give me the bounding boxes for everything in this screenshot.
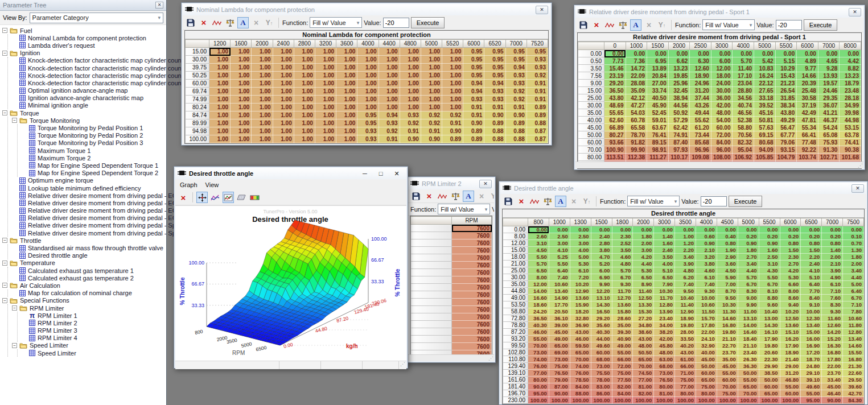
grid-cell[interactable]: 50.00 <box>738 370 759 377</box>
grid-cell[interactable]: 10.20 <box>570 281 591 288</box>
grid-cell[interactable]: 50.50 <box>633 349 654 356</box>
grid-cell[interactable]: 1.00 <box>336 56 357 64</box>
row-header[interactable]: 15.00 <box>503 247 528 254</box>
tree-item[interactable]: Knock-detection factor characteristic ma… <box>12 79 166 86</box>
grid-cell[interactable]: 0.00 <box>549 226 570 233</box>
row-header[interactable]: 25.00 <box>503 267 528 274</box>
grid-cell[interactable]: 1.00 <box>315 96 336 104</box>
grid-cell[interactable]: 87.00 <box>549 383 570 390</box>
grid-cell[interactable]: 29.90 <box>759 363 780 370</box>
grid-cell[interactable]: 14.72 <box>626 65 647 72</box>
grid-cell[interactable]: 0.00 <box>633 226 654 233</box>
grid-cell[interactable]: 75.00 <box>612 370 633 377</box>
trace-icon[interactable] <box>530 198 539 205</box>
grid-cell[interactable]: 0.70 <box>843 240 864 247</box>
row-header[interactable] <box>411 321 452 328</box>
grid-cell[interactable]: 11.40 <box>633 288 654 295</box>
grid-cell[interactable]: 1.00 <box>252 48 273 56</box>
grid-cell[interactable]: 0.94 <box>484 80 505 88</box>
grid-cell[interactable]: 111.27 <box>647 154 669 161</box>
grid-cell[interactable]: 23.19 <box>604 72 626 80</box>
tree-item[interactable]: Speed Limiter <box>22 349 166 357</box>
grid-cell[interactable]: 3.80 <box>591 247 612 254</box>
grid-cell[interactable]: 12.90 <box>570 288 591 295</box>
row-header[interactable]: 30.00 <box>503 274 528 281</box>
grid-cell[interactable]: 6.70 <box>843 295 864 301</box>
tree-item[interactable]: Knock-detection factor characteristic ma… <box>12 64 166 72</box>
grid-cell[interactable]: 1.00 <box>231 88 252 96</box>
grid-cell[interactable]: 7600 <box>452 239 492 247</box>
grid-cell[interactable]: 1.00 <box>294 96 315 104</box>
row-header[interactable]: 110.80 <box>503 356 528 363</box>
grid-cell[interactable]: 1.00 <box>400 56 421 64</box>
grid-cell[interactable]: 66.41 <box>797 131 818 139</box>
grid-cell[interactable]: 6.30 <box>690 57 711 65</box>
grid-cell[interactable]: 0.91 <box>421 127 442 135</box>
grid-cell[interactable]: 16.80 <box>717 322 738 329</box>
grid-cell[interactable]: 6.90 <box>591 274 612 281</box>
grid-cell[interactable]: 1.00 <box>294 127 315 135</box>
axis-filter-icon[interactable]: Y↑ <box>583 197 591 205</box>
col-header[interactable]: 2000 <box>633 218 654 226</box>
grid-cell[interactable]: 6.10 <box>822 281 843 288</box>
row-header[interactable]: 8.00 <box>503 233 528 240</box>
grid-cell[interactable]: 10.40 <box>759 308 780 315</box>
grid-cell[interactable]: 40.20 <box>675 342 696 349</box>
col-header[interactable]: 800 <box>528 218 549 226</box>
grid-cell[interactable]: 0.00 <box>759 226 780 233</box>
grid-cell[interactable]: 95.00 <box>528 390 549 397</box>
close-icon[interactable]: ✕ <box>479 180 492 188</box>
grid-cell[interactable]: 7600 <box>452 284 492 291</box>
grid-cell[interactable]: 0.94 <box>379 111 400 119</box>
grid-cell[interactable]: 42.49 <box>797 109 818 117</box>
row-header[interactable] <box>411 343 452 350</box>
grid-cell[interactable]: 3.40 <box>843 267 864 274</box>
grid-cell[interactable]: 6.50 <box>633 274 654 281</box>
grid-cell[interactable]: 11.40 <box>675 301 696 308</box>
grid-cell[interactable]: 0.93 <box>484 88 505 96</box>
grid-cell[interactable]: 0.90 <box>484 111 505 119</box>
grid-cell[interactable]: 1.00 <box>357 96 379 104</box>
grid-cell[interactable]: 45.00 <box>549 329 570 336</box>
grid-cell[interactable]: 7.00 <box>717 281 738 288</box>
grid-cell[interactable]: 31.20 <box>690 87 711 94</box>
grid-cell[interactable]: 0.95 <box>484 72 505 80</box>
grid-cell[interactable]: 76.50 <box>549 370 570 377</box>
grid-cell[interactable]: 45.00 <box>696 356 717 363</box>
grid-cell[interactable]: 8.00 <box>780 288 801 295</box>
grid-cell[interactable]: 0.60 <box>696 233 717 240</box>
grid-cell[interactable]: 1.00 <box>231 135 252 143</box>
col-header[interactable]: 1300 <box>570 218 591 226</box>
grid-cell[interactable]: 6.70 <box>738 281 759 288</box>
grid-cell[interactable]: 0.00 <box>775 50 797 57</box>
expand-toggle[interactable]: − <box>2 28 7 33</box>
row-header[interactable] <box>411 336 452 343</box>
row-header[interactable]: 53.50 <box>503 301 528 308</box>
grid-cell[interactable]: 15.46 <box>604 65 626 72</box>
col-header[interactable]: 3000 <box>654 218 675 226</box>
grid-cell[interactable]: 4.20 <box>780 267 801 274</box>
grid-cell[interactable]: 94.09 <box>754 146 776 154</box>
grid-cell[interactable]: 16.50 <box>591 308 612 315</box>
grid-cell[interactable]: 11.70 <box>612 288 633 295</box>
grid-cell[interactable]: 75.93 <box>818 139 840 146</box>
tree-folder[interactable]: −Fuel <box>2 27 166 34</box>
grid-cell[interactable]: 1.00 <box>252 104 273 111</box>
grid-cell[interactable]: 3.00 <box>633 247 654 254</box>
grid-cell[interactable]: 42.00 <box>654 336 675 342</box>
resize-grip[interactable]: ⋰ <box>488 356 493 361</box>
grid-cell[interactable]: 84.00 <box>711 139 733 146</box>
grid-cell[interactable]: 0.93 <box>357 135 379 143</box>
grid-cell[interactable]: 29.00 <box>780 363 801 370</box>
col-header[interactable]: 5000 <box>754 42 776 50</box>
grid-cell[interactable]: 31.20 <box>780 370 801 377</box>
col-header[interactable]: 6500 <box>801 218 822 226</box>
grid-cell[interactable]: 73.00 <box>528 349 549 356</box>
grid-cell[interactable]: 7600 <box>452 313 492 321</box>
grid-cell[interactable]: 90.38 <box>840 146 861 154</box>
grid-cell[interactable]: 6.00 <box>591 267 612 274</box>
grid-cell[interactable]: 4.40 <box>738 267 759 274</box>
grid-cell[interactable]: 38.94 <box>668 94 690 102</box>
grid-cell[interactable]: 8.60 <box>780 295 801 301</box>
grid-cell[interactable]: 1.00 <box>231 104 252 111</box>
